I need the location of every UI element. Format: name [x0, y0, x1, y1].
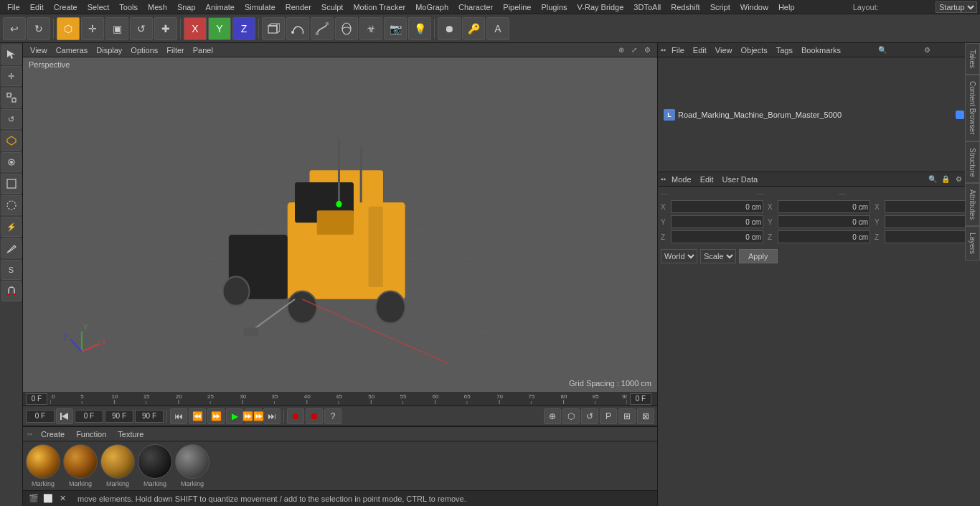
- menu-motion-tracker[interactable]: Motion Tracker: [349, 1, 410, 13]
- menu-sculpt[interactable]: Sculpt: [317, 1, 348, 13]
- menu-script[interactable]: Script: [706, 1, 735, 13]
- rotate-btn[interactable]: ↺: [130, 17, 153, 40]
- viewport-3d[interactable]: X Y Z: [23, 57, 657, 392]
- material-item-3[interactable]: Marking: [100, 444, 135, 487]
- right-tab-attributes[interactable]: Attributes: [965, 183, 980, 226]
- om-menu-objects[interactable]: Objects: [738, 46, 770, 55]
- tc-start-frame[interactable]: [75, 410, 103, 423]
- tc-play-btn[interactable]: ▶: [226, 408, 243, 424]
- attr-y2-input[interactable]: [778, 215, 870, 228]
- auto-key-btn[interactable]: A: [486, 17, 509, 40]
- tc-prev-btn[interactable]: [56, 408, 73, 424]
- right-tab-layers[interactable]: Layers: [965, 226, 980, 261]
- vp-menu-options[interactable]: Options: [128, 46, 161, 55]
- sidebar-scale[interactable]: [1, 88, 22, 108]
- attr-x3-input[interactable]: [885, 200, 977, 213]
- om-item[interactable]: L Road_Marking_Machine_Borum_Master_5000: [661, 108, 977, 122]
- tc-fastforward-btn[interactable]: ⏩⏩: [245, 408, 262, 424]
- right-tab-takes[interactable]: Takes: [965, 43, 980, 75]
- menu-render[interactable]: Render: [281, 1, 316, 13]
- sidebar-point[interactable]: [1, 152, 22, 172]
- x-axis-btn[interactable]: X: [184, 17, 207, 40]
- vp-settings-icon[interactable]: ⚙: [641, 44, 653, 56]
- tc-toend-btn[interactable]: ⏭: [263, 408, 281, 424]
- om-menu-edit[interactable]: Edit: [690, 46, 710, 55]
- status-close-icon[interactable]: ✕: [56, 492, 69, 505]
- select-btn[interactable]: ⬡: [57, 17, 80, 40]
- attr-x1-input[interactable]: [671, 200, 763, 213]
- attr-world-select[interactable]: World: [661, 249, 697, 263]
- sidebar-poly[interactable]: [1, 131, 22, 151]
- sidebar-tweak[interactable]: ⚡: [1, 217, 22, 237]
- attr-search-icon[interactable]: 🔍: [927, 174, 938, 185]
- menu-mograph[interactable]: MoGraph: [411, 1, 453, 13]
- mat-menu-create[interactable]: Create: [38, 430, 67, 439]
- vp-menu-filter[interactable]: Filter: [164, 46, 187, 55]
- spline-btn[interactable]: [286, 17, 309, 40]
- material-item-5[interactable]: Marking: [175, 444, 209, 487]
- menu-help[interactable]: Help: [774, 1, 799, 13]
- attr-lock-icon[interactable]: 🔒: [940, 174, 951, 185]
- attr-apply-btn[interactable]: Apply: [739, 249, 778, 263]
- status-render-icon[interactable]: 🎬: [27, 492, 40, 505]
- attr-z1-input[interactable]: [671, 230, 763, 243]
- transform-btn[interactable]: ✚: [154, 17, 177, 40]
- vp-menu-panel[interactable]: Panel: [190, 46, 216, 55]
- undo-btn[interactable]: ↩: [3, 17, 26, 40]
- menu-tools[interactable]: Tools: [115, 1, 142, 13]
- vp-expand-icon[interactable]: ⤢: [628, 44, 640, 56]
- attr-z2-input[interactable]: [778, 230, 870, 243]
- y-axis-btn[interactable]: Y: [208, 17, 231, 40]
- menu-snap[interactable]: Snap: [173, 1, 200, 13]
- sidebar-edge[interactable]: [1, 174, 22, 194]
- attr-y1-input[interactable]: [671, 215, 763, 228]
- menu-animate[interactable]: Animate: [202, 1, 239, 13]
- attr-settings-icon[interactable]: ⚙: [953, 174, 964, 185]
- material-item-2[interactable]: Marking: [63, 444, 98, 487]
- material-item-4[interactable]: Marking: [138, 444, 172, 487]
- mat-menu-function[interactable]: Function: [73, 430, 109, 439]
- sidebar-paint[interactable]: S: [1, 260, 22, 280]
- scale-btn[interactable]: ▣: [105, 17, 128, 40]
- menu-select[interactable]: Select: [83, 1, 114, 13]
- om-menu-file[interactable]: File: [669, 46, 687, 55]
- menu-plugins[interactable]: Plugins: [537, 1, 571, 13]
- attr-menu-mode[interactable]: Mode: [669, 175, 694, 184]
- menu-window[interactable]: Window: [736, 1, 773, 13]
- menu-edit[interactable]: Edit: [26, 1, 48, 13]
- attr-z3-input[interactable]: [885, 230, 977, 243]
- tc-info-btn[interactable]: ?: [324, 408, 341, 424]
- menu-character[interactable]: Character: [454, 1, 497, 13]
- menu-redshift[interactable]: Redshift: [666, 1, 704, 13]
- attr-menu-edit[interactable]: Edit: [697, 175, 717, 184]
- menu-pipeline[interactable]: Pipeline: [499, 1, 535, 13]
- tc-end-frame2[interactable]: [135, 410, 164, 423]
- tc-preview-btn[interactable]: P: [600, 408, 617, 424]
- menu-simulate[interactable]: Simulate: [240, 1, 280, 13]
- tc-stepforward-btn[interactable]: ⏩: [207, 408, 225, 424]
- tc-tostart-btn[interactable]: ⏮: [170, 408, 187, 424]
- om-menu-tags[interactable]: Tags: [773, 46, 796, 55]
- material-item-1[interactable]: Marking: [26, 444, 60, 487]
- vp-menu-view[interactable]: View: [27, 46, 50, 55]
- tc-loop-btn[interactable]: ↺: [581, 408, 598, 424]
- tc-end-frame1[interactable]: [105, 410, 133, 423]
- menu-vray[interactable]: V-Ray Bridge: [573, 1, 628, 13]
- record-btn[interactable]: ⏺: [438, 17, 461, 40]
- om-settings-btn[interactable]: ⚙: [921, 44, 933, 56]
- attr-y3-input[interactable]: [885, 215, 977, 228]
- timeline-frame-input[interactable]: [26, 393, 47, 405]
- tc-film-btn[interactable]: ⊠: [637, 408, 654, 424]
- tc-motion-btn[interactable]: ⊕: [544, 408, 561, 424]
- om-menu-view[interactable]: View: [712, 46, 735, 55]
- status-minimize-icon[interactable]: ⬜: [42, 492, 55, 505]
- sidebar-rotate[interactable]: ↺: [1, 109, 22, 129]
- environment-btn[interactable]: ☣: [359, 17, 382, 40]
- attr-scale-select[interactable]: Scale: [700, 249, 736, 263]
- sidebar-move[interactable]: ✛: [1, 66, 22, 86]
- om-search-btn[interactable]: 🔍: [877, 44, 888, 56]
- timeline-frame-display[interactable]: [630, 393, 651, 405]
- tc-autokey-btn[interactable]: ⏹: [306, 408, 323, 424]
- sidebar-live-sel[interactable]: [1, 195, 22, 215]
- attr-menu-userdata[interactable]: User Data: [720, 175, 761, 184]
